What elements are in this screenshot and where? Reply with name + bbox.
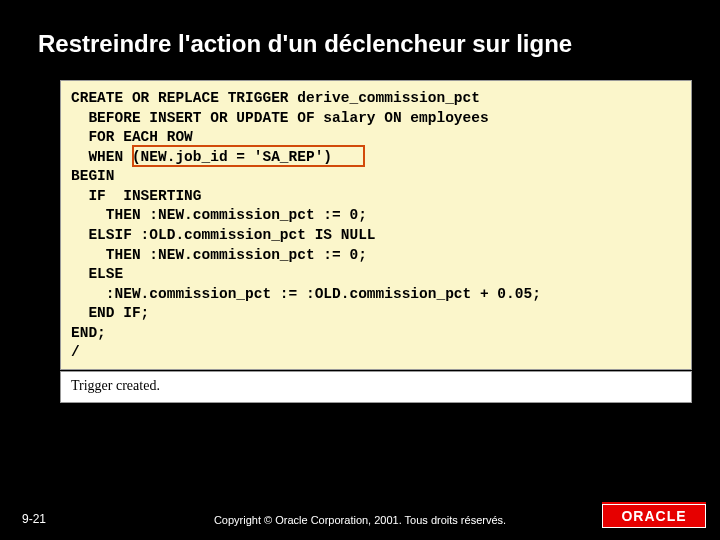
code-line: THEN :NEW.commission_pct := 0; xyxy=(71,206,681,226)
result-block: Trigger created. xyxy=(60,371,692,403)
code-line: :NEW.commission_pct := :OLD.commission_p… xyxy=(71,285,681,305)
code-line: BEGIN xyxy=(71,167,681,187)
code-line: CREATE OR REPLACE TRIGGER derive_commiss… xyxy=(71,89,681,109)
oracle-logo: ORACLE xyxy=(602,504,706,528)
footer: 9-21 Copyright © Oracle Corporation, 200… xyxy=(0,492,720,532)
code-line: WHEN (NEW.job_id = 'SA_REP') xyxy=(71,148,681,168)
slide-title: Restreindre l'action d'un déclencheur su… xyxy=(0,0,720,68)
code-line: FOR EACH ROW xyxy=(71,128,681,148)
code-line: IF INSERTING xyxy=(71,187,681,207)
code-line: / xyxy=(71,343,681,363)
code-line: BEFORE INSERT OR UPDATE OF salary ON emp… xyxy=(71,109,681,129)
code-line: ELSE xyxy=(71,265,681,285)
code-line: END IF; xyxy=(71,304,681,324)
code-line: THEN :NEW.commission_pct := 0; xyxy=(71,246,681,266)
code-block: CREATE OR REPLACE TRIGGER derive_commiss… xyxy=(60,80,692,370)
code-line: ELSIF :OLD.commission_pct IS NULL xyxy=(71,226,681,246)
code-line: END; xyxy=(71,324,681,344)
